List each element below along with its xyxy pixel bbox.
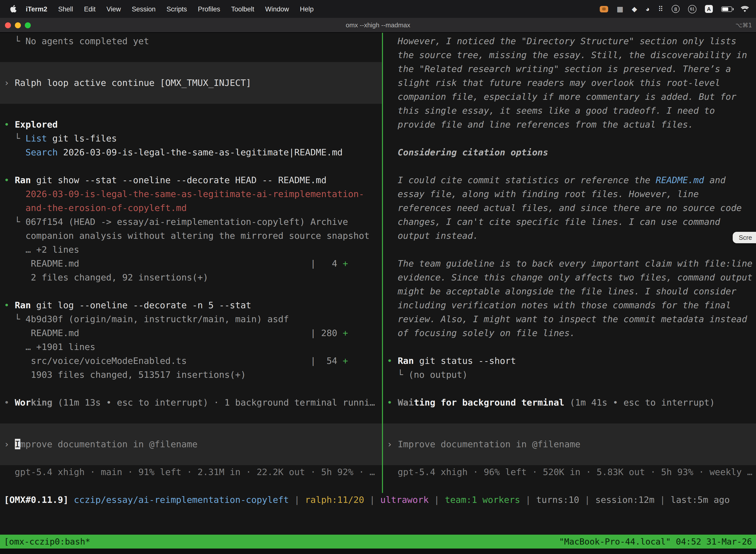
- terminal-line: slight risk that future readers may over…: [387, 76, 752, 90]
- minimize-button[interactable]: [15, 22, 21, 28]
- terminal-line: review. Also, I might want to inspect th…: [387, 312, 752, 326]
- battery-percent-icon[interactable]: 61: [688, 5, 696, 13]
- close-button[interactable]: [5, 22, 11, 28]
- terminal-line: [0, 451, 382, 465]
- terminal-line: Search 2026-03-09-is-legal-the-same-as-l…: [4, 146, 378, 159]
- terminal-line: └ List git ls-files: [4, 131, 378, 146]
- terminal-line: • Ran git show --stat --oneline --decora…: [4, 173, 378, 187]
- terminal-line: [0, 90, 382, 104]
- menu-item-profiles[interactable]: Profiles: [192, 5, 226, 13]
- password-manager-icon[interactable]: 8: [672, 5, 680, 13]
- terminal-line: [387, 243, 752, 257]
- terminal-line: gpt-5.4 xhigh · 96% left · 520K in · 5.8…: [387, 465, 752, 479]
- menu-item-shell[interactable]: Shell: [53, 5, 79, 13]
- terminal-line: [383, 424, 756, 437]
- terminal-line: I could cite commit statistics or refere…: [387, 173, 752, 187]
- traffic-lights: [0, 22, 31, 28]
- terminal-line: [387, 159, 752, 173]
- prompt-input[interactable]: › Improve documentation in @filename: [383, 437, 756, 451]
- terminal-line: and-the-erosion-of-copyleft.md: [4, 201, 378, 215]
- apple-menu[interactable]: [7, 5, 20, 13]
- terminal-line: 2026-03-09-is-legal-the-same-as-legitima…: [4, 187, 378, 201]
- terminal-line: However, I noticed the "Directory Struct…: [387, 34, 752, 48]
- macos-menu-bar: iTerm2ShellEditViewSessionScriptsProfile…: [0, 0, 756, 18]
- input-source-icon[interactable]: A: [705, 5, 713, 13]
- terminal-line: └ 4b9d30f (origin/main, instructkr/main,…: [4, 312, 378, 326]
- terminal-line: of focusing solely on file lines.: [387, 326, 752, 340]
- screen-edge-popover[interactable]: Scre: [733, 232, 756, 243]
- terminal-line: └ 067f154 (HEAD -> essay/ai-reimplementa…: [4, 215, 378, 229]
- terminal-line: changes, I can't cite specific file line…: [387, 215, 752, 229]
- terminal-line: 1903 files changed, 513517 insertions(+): [4, 368, 378, 382]
- window-title-bar[interactable]: omx --xhigh --madmax ⌥⌘1: [0, 18, 756, 33]
- terminal-line: [383, 451, 756, 465]
- menu-item-help[interactable]: Help: [295, 5, 319, 13]
- terminal-line: the "Related research writing" section i…: [387, 62, 752, 76]
- terminal-line: [387, 382, 752, 396]
- terminal-line: references need actual files, and since …: [387, 201, 752, 215]
- menu-item-session[interactable]: Session: [126, 5, 161, 13]
- terminal-line: [4, 409, 378, 424]
- terminal-line: • Waiting for background terminal (1m 41…: [387, 396, 752, 409]
- screen-bottom-strip: [0, 549, 756, 554]
- terminal-line: companion file, especially if more comme…: [387, 90, 752, 104]
- omx-status-line: [OMX#0.11.9] cczip/essay/ai-reimplementa…: [0, 493, 756, 507]
- tmux-panes: └ No agents completed yet› Ralph loop ac…: [0, 33, 756, 493]
- terminal-line: [0, 62, 382, 76]
- menu-bar-status-icons: ▦◆◕⠿861A: [600, 5, 749, 13]
- hotkey-window-badge: ⌥⌘1: [736, 21, 756, 29]
- battery-icon[interactable]: [721, 6, 732, 12]
- screen-recording-icon[interactable]: [600, 6, 609, 12]
- window-manager-icon[interactable]: ▦: [617, 5, 623, 12]
- terminal-line: [387, 409, 752, 424]
- terminal-line: └ No agents completed yet: [4, 34, 378, 48]
- terminal-line: • Ran git log --oneline --decorate -n 5 …: [4, 298, 378, 312]
- terminal-line: [4, 159, 378, 173]
- terminal-line: gpt-5.4 xhigh · main · 91% left · 2.31M …: [4, 465, 378, 479]
- blue-app-icon[interactable]: ◆: [632, 5, 637, 12]
- terminal-line: • Working (11m 13s • esc to interrupt) ·…: [4, 396, 378, 409]
- menu-item-view[interactable]: View: [101, 5, 126, 13]
- terminal-line: output instead.: [387, 229, 752, 243]
- terminal-line: … +1901 lines: [4, 340, 378, 354]
- terminal-line: [4, 284, 378, 298]
- browser-app-icon[interactable]: ◕: [646, 5, 650, 12]
- terminal-line: companion analysis without altering the …: [4, 229, 378, 243]
- terminal-blank-area: [0, 507, 756, 535]
- tmux-pane-left[interactable]: └ No agents completed yet› Ralph loop ac…: [0, 33, 382, 493]
- terminal-line: • Ran git status --short: [387, 354, 752, 368]
- terminal-line: The team guideline is to back every impo…: [387, 257, 752, 271]
- terminal-line: Considering citation options: [387, 146, 752, 159]
- apple-logo-icon: [10, 5, 16, 13]
- menu-item-edit[interactable]: Edit: [79, 5, 101, 13]
- menu-item-iterm2[interactable]: iTerm2: [20, 5, 53, 13]
- terminal: └ No agents completed yet› Ralph loop ac…: [0, 33, 756, 554]
- tmux-session-window-label: [omx-cczip0:bash*: [4, 535, 90, 549]
- terminal-line: [4, 382, 378, 396]
- terminal-line: • Explored: [4, 118, 378, 131]
- terminal-line: evidence. Since this change only affects…: [387, 271, 752, 284]
- menu-item-toolbelt[interactable]: Toolbelt: [226, 5, 260, 13]
- terminal-line: [387, 131, 752, 146]
- launcher-grid-icon[interactable]: ⠿: [658, 5, 663, 12]
- terminal-line: src/voice/voiceModeEnabled.ts | 54 +: [4, 354, 378, 368]
- terminal-line: … +2 lines: [4, 243, 378, 257]
- prompt-input[interactable]: › Improve documentation in @filename: [0, 437, 382, 451]
- terminal-line: └ (no output): [387, 368, 752, 382]
- terminal-line: README.md | 280 +: [4, 326, 378, 340]
- tmux-pane-right[interactable]: However, I noticed the "Directory Struct…: [383, 33, 756, 493]
- zoom-button[interactable]: [25, 22, 31, 28]
- terminal-line: [0, 424, 382, 437]
- wifi-icon[interactable]: [741, 6, 749, 12]
- terminal-line: 2 files changed, 92 insertions(+): [4, 271, 378, 284]
- terminal-line: provide file and line references from th…: [387, 118, 752, 131]
- terminal-line: [4, 104, 378, 118]
- app-menus: iTerm2ShellEditViewSessionScriptsProfile…: [20, 5, 319, 13]
- tmux-status-bar: [omx-cczip0:bash* "MacBook-Pro-44.local"…: [0, 535, 756, 549]
- terminal-line: [4, 48, 378, 62]
- terminal-line: might be acceptable alongside the file l…: [387, 284, 752, 298]
- terminal-line: this single essay, it seems like a good …: [387, 104, 752, 118]
- terminal-line: the source tree, missing the essay. Stil…: [387, 48, 752, 62]
- menu-item-window[interactable]: Window: [260, 5, 295, 13]
- menu-item-scripts[interactable]: Scripts: [161, 5, 192, 13]
